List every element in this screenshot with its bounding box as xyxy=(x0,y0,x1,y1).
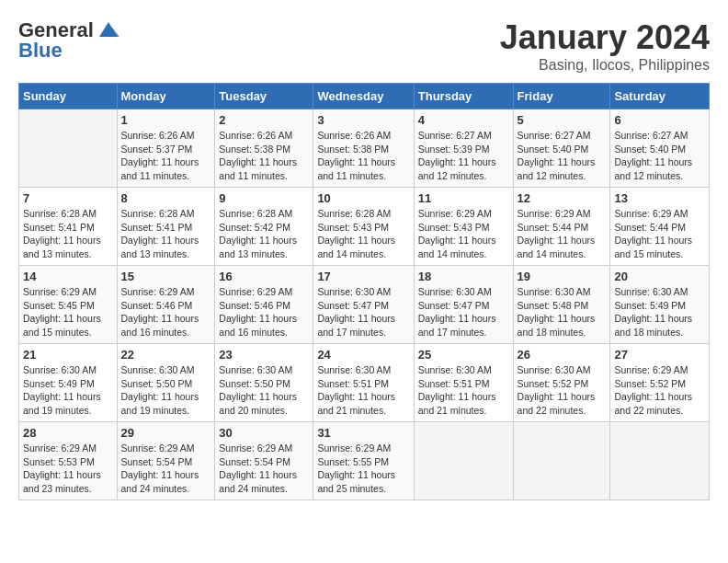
calendar-cell: 2Sunrise: 6:26 AM Sunset: 5:38 PM Daylig… xyxy=(215,109,313,188)
calendar-cell: 31Sunrise: 6:29 AM Sunset: 5:55 PM Dayli… xyxy=(313,422,414,500)
day-number: 20 xyxy=(614,270,705,283)
header-wednesday: Wednesday xyxy=(313,84,414,109)
day-info: Sunrise: 6:30 AM Sunset: 5:47 PM Dayligh… xyxy=(317,285,409,339)
day-info: Sunrise: 6:29 AM Sunset: 5:43 PM Dayligh… xyxy=(418,207,509,261)
calendar-cell: 5Sunrise: 6:27 AM Sunset: 5:40 PM Daylig… xyxy=(513,109,610,188)
day-info: Sunrise: 6:29 AM Sunset: 5:44 PM Dayligh… xyxy=(614,207,705,261)
day-info: Sunrise: 6:30 AM Sunset: 5:47 PM Dayligh… xyxy=(418,285,509,339)
logo-blue: Blue xyxy=(18,39,63,63)
day-info: Sunrise: 6:30 AM Sunset: 5:50 PM Dayligh… xyxy=(121,363,211,418)
calendar-cell: 25Sunrise: 6:30 AM Sunset: 5:51 PM Dayli… xyxy=(414,344,513,422)
day-info: Sunrise: 6:30 AM Sunset: 5:49 PM Dayligh… xyxy=(23,363,113,418)
calendar-table: SundayMondayTuesdayWednesdayThursdayFrid… xyxy=(18,83,710,500)
week-row-3: 14Sunrise: 6:29 AM Sunset: 5:45 PM Dayli… xyxy=(19,266,710,344)
day-number: 23 xyxy=(219,348,309,362)
page-header: General Blue January 2024 Basing, Ilocos… xyxy=(18,18,710,74)
header-saturday: Saturday xyxy=(610,84,710,109)
day-number: 18 xyxy=(418,270,509,283)
calendar-cell xyxy=(414,422,513,500)
day-number: 28 xyxy=(23,426,113,440)
day-number: 29 xyxy=(121,426,211,440)
day-info: Sunrise: 6:30 AM Sunset: 5:51 PM Dayligh… xyxy=(418,363,509,418)
day-info: Sunrise: 6:30 AM Sunset: 5:52 PM Dayligh… xyxy=(518,363,607,418)
calendar-cell: 1Sunrise: 6:26 AM Sunset: 5:37 PM Daylig… xyxy=(117,109,215,188)
day-info: Sunrise: 6:26 AM Sunset: 5:38 PM Dayligh… xyxy=(317,129,409,183)
day-info: Sunrise: 6:27 AM Sunset: 5:40 PM Dayligh… xyxy=(614,129,705,183)
header-tuesday: Tuesday xyxy=(215,84,313,109)
header-row: SundayMondayTuesdayWednesdayThursdayFrid… xyxy=(19,84,710,109)
day-info: Sunrise: 6:26 AM Sunset: 5:37 PM Dayligh… xyxy=(121,129,211,183)
calendar-cell: 3Sunrise: 6:26 AM Sunset: 5:38 PM Daylig… xyxy=(313,109,414,188)
day-number: 15 xyxy=(121,270,211,283)
calendar-cell: 15Sunrise: 6:29 AM Sunset: 5:46 PM Dayli… xyxy=(117,266,215,344)
month-title: January 2024 xyxy=(500,18,710,57)
day-number: 7 xyxy=(23,191,113,205)
day-info: Sunrise: 6:30 AM Sunset: 5:51 PM Dayligh… xyxy=(317,363,409,418)
day-info: Sunrise: 6:29 AM Sunset: 5:53 PM Dayligh… xyxy=(23,442,113,496)
calendar-cell: 6Sunrise: 6:27 AM Sunset: 5:40 PM Daylig… xyxy=(610,109,710,188)
day-number: 27 xyxy=(614,348,705,362)
day-number: 1 xyxy=(121,113,211,127)
calendar-cell: 10Sunrise: 6:28 AM Sunset: 5:43 PM Dayli… xyxy=(313,188,414,266)
day-info: Sunrise: 6:27 AM Sunset: 5:40 PM Dayligh… xyxy=(518,129,607,183)
day-number: 22 xyxy=(121,348,211,362)
calendar-cell: 21Sunrise: 6:30 AM Sunset: 5:49 PM Dayli… xyxy=(19,344,118,422)
calendar-cell: 24Sunrise: 6:30 AM Sunset: 5:51 PM Dayli… xyxy=(313,344,414,422)
day-number: 2 xyxy=(219,113,309,127)
day-number: 9 xyxy=(219,191,309,205)
day-number: 11 xyxy=(418,191,509,205)
day-number: 30 xyxy=(219,426,309,440)
day-info: Sunrise: 6:29 AM Sunset: 5:46 PM Dayligh… xyxy=(121,285,211,339)
calendar-cell: 22Sunrise: 6:30 AM Sunset: 5:50 PM Dayli… xyxy=(117,344,215,422)
day-number: 24 xyxy=(317,348,409,362)
calendar-cell xyxy=(19,109,118,188)
week-row-4: 21Sunrise: 6:30 AM Sunset: 5:49 PM Dayli… xyxy=(19,344,710,422)
calendar-cell: 14Sunrise: 6:29 AM Sunset: 5:45 PM Dayli… xyxy=(19,266,118,344)
calendar-cell: 30Sunrise: 6:29 AM Sunset: 5:54 PM Dayli… xyxy=(215,422,313,500)
day-number: 25 xyxy=(418,348,509,362)
calendar-cell: 18Sunrise: 6:30 AM Sunset: 5:47 PM Dayli… xyxy=(414,266,513,344)
calendar-cell: 13Sunrise: 6:29 AM Sunset: 5:44 PM Dayli… xyxy=(610,188,710,266)
day-info: Sunrise: 6:27 AM Sunset: 5:39 PM Dayligh… xyxy=(418,129,509,183)
day-info: Sunrise: 6:29 AM Sunset: 5:55 PM Dayligh… xyxy=(317,442,409,496)
calendar-cell: 20Sunrise: 6:30 AM Sunset: 5:49 PM Dayli… xyxy=(610,266,710,344)
day-number: 16 xyxy=(219,270,309,283)
day-number: 21 xyxy=(23,348,113,362)
day-number: 31 xyxy=(317,426,409,440)
location: Basing, Ilocos, Philippines xyxy=(500,57,710,74)
day-number: 19 xyxy=(518,270,607,283)
day-info: Sunrise: 6:29 AM Sunset: 5:44 PM Dayligh… xyxy=(518,207,607,261)
day-info: Sunrise: 6:28 AM Sunset: 5:43 PM Dayligh… xyxy=(317,207,409,261)
calendar-cell: 26Sunrise: 6:30 AM Sunset: 5:52 PM Dayli… xyxy=(513,344,610,422)
calendar-cell: 11Sunrise: 6:29 AM Sunset: 5:43 PM Dayli… xyxy=(414,188,513,266)
day-info: Sunrise: 6:30 AM Sunset: 5:48 PM Dayligh… xyxy=(518,285,607,339)
calendar-cell xyxy=(610,422,710,500)
day-info: Sunrise: 6:29 AM Sunset: 5:46 PM Dayligh… xyxy=(219,285,309,339)
day-info: Sunrise: 6:26 AM Sunset: 5:38 PM Dayligh… xyxy=(219,129,309,183)
calendar-cell: 17Sunrise: 6:30 AM Sunset: 5:47 PM Dayli… xyxy=(313,266,414,344)
week-row-5: 28Sunrise: 6:29 AM Sunset: 5:53 PM Dayli… xyxy=(19,422,710,500)
day-number: 5 xyxy=(518,113,607,127)
day-number: 14 xyxy=(23,270,113,283)
calendar-cell: 23Sunrise: 6:30 AM Sunset: 5:50 PM Dayli… xyxy=(215,344,313,422)
header-thursday: Thursday xyxy=(414,84,513,109)
day-info: Sunrise: 6:29 AM Sunset: 5:54 PM Dayligh… xyxy=(219,442,309,496)
header-monday: Monday xyxy=(117,84,215,109)
day-number: 12 xyxy=(518,191,607,205)
header-friday: Friday xyxy=(513,84,610,109)
logo: General Blue xyxy=(18,18,121,63)
day-number: 8 xyxy=(121,191,211,205)
header-sunday: Sunday xyxy=(19,84,118,109)
calendar-cell xyxy=(513,422,610,500)
week-row-1: 1Sunrise: 6:26 AM Sunset: 5:37 PM Daylig… xyxy=(19,109,710,188)
day-number: 26 xyxy=(518,348,607,362)
day-number: 13 xyxy=(614,191,705,205)
day-info: Sunrise: 6:28 AM Sunset: 5:41 PM Dayligh… xyxy=(121,207,211,261)
calendar-cell: 29Sunrise: 6:29 AM Sunset: 5:54 PM Dayli… xyxy=(117,422,215,500)
day-info: Sunrise: 6:30 AM Sunset: 5:50 PM Dayligh… xyxy=(219,363,309,418)
calendar-cell: 28Sunrise: 6:29 AM Sunset: 5:53 PM Dayli… xyxy=(19,422,118,500)
day-number: 6 xyxy=(614,113,705,127)
day-info: Sunrise: 6:28 AM Sunset: 5:41 PM Dayligh… xyxy=(23,207,113,261)
week-row-2: 7Sunrise: 6:28 AM Sunset: 5:41 PM Daylig… xyxy=(19,188,710,266)
day-number: 3 xyxy=(317,113,409,127)
